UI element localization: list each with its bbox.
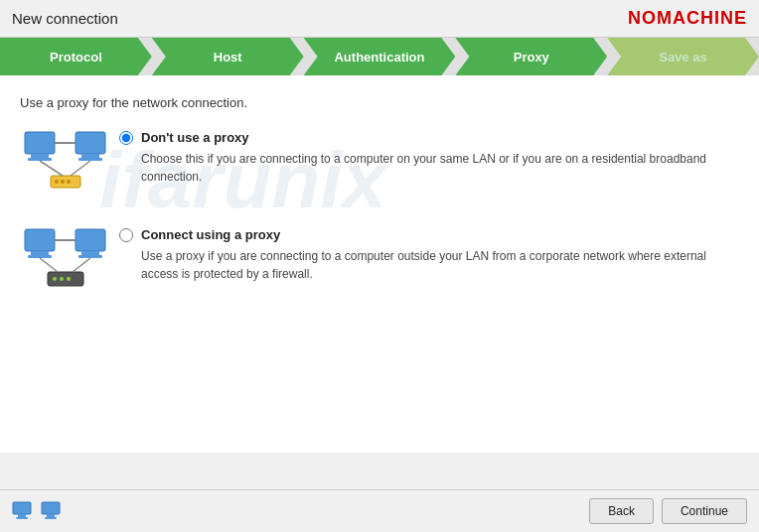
use-proxy-description: Use a proxy if you are connecting to a c…: [141, 247, 739, 283]
use-proxy-label[interactable]: Connect using a proxy: [119, 227, 739, 242]
step-protocol: Protocol: [0, 38, 152, 75]
stepper: Protocol Host Authentication Proxy Save …: [0, 38, 759, 75]
no-proxy-radio[interactable]: [119, 131, 133, 145]
svg-rect-15: [31, 251, 49, 255]
window-title: New connection: [12, 10, 118, 27]
option-no-proxy[interactable]: Don't use a proxy Choose this if you are…: [20, 130, 739, 198]
svg-rect-31: [47, 514, 55, 517]
use-proxy-radio[interactable]: [119, 228, 133, 242]
svg-rect-28: [18, 514, 26, 517]
title-bar: New connection NOMACHINE: [0, 0, 759, 38]
footer-icon-2: [41, 501, 65, 521]
svg-rect-6: [78, 158, 102, 161]
svg-rect-30: [42, 502, 60, 514]
svg-point-10: [61, 180, 65, 184]
no-proxy-text: Don't use a proxy Choose this if you are…: [119, 130, 739, 186]
svg-rect-18: [81, 251, 99, 255]
nomachine-logo: NOMACHINE: [628, 8, 747, 29]
step-saveas: Save as: [607, 38, 759, 75]
svg-rect-32: [45, 517, 57, 519]
no-proxy-icon: [20, 130, 109, 198]
svg-point-23: [60, 277, 64, 281]
use-proxy-text: Connect using a proxy Use a proxy if you…: [119, 227, 739, 283]
svg-point-22: [53, 277, 57, 281]
continue-button[interactable]: Continue: [662, 498, 747, 524]
step-authentication: Authentication: [304, 38, 456, 75]
svg-line-12: [40, 161, 63, 176]
svg-rect-27: [13, 502, 31, 514]
svg-rect-1: [25, 132, 55, 154]
page-description: Use a proxy for the network connection.: [20, 95, 739, 110]
svg-rect-5: [81, 154, 99, 158]
footer-icons: [12, 501, 65, 521]
svg-point-11: [67, 180, 71, 184]
svg-rect-29: [16, 517, 28, 519]
footer: Back Continue: [0, 489, 759, 532]
svg-rect-2: [31, 154, 49, 158]
svg-line-26: [73, 258, 90, 272]
svg-rect-14: [25, 229, 55, 251]
svg-rect-19: [78, 255, 102, 258]
footer-icon-1: [12, 501, 36, 521]
no-proxy-description: Choose this if you are connecting to a c…: [141, 150, 739, 186]
svg-rect-3: [28, 158, 52, 161]
footer-buttons: Back Continue: [589, 498, 747, 524]
svg-rect-17: [76, 229, 105, 251]
main-content: ifarunix Use a proxy for the network con…: [0, 75, 759, 453]
back-button[interactable]: Back: [589, 498, 654, 524]
use-proxy-icon: [20, 227, 109, 295]
svg-line-13: [71, 161, 90, 176]
svg-rect-16: [28, 255, 52, 258]
svg-line-25: [40, 258, 58, 272]
option-use-proxy[interactable]: Connect using a proxy Use a proxy if you…: [20, 227, 739, 295]
svg-point-24: [67, 277, 71, 281]
step-proxy: Proxy: [455, 38, 607, 75]
no-proxy-label[interactable]: Don't use a proxy: [119, 130, 739, 145]
step-host: Host: [152, 38, 304, 75]
svg-point-9: [55, 180, 59, 184]
svg-rect-4: [76, 132, 105, 154]
